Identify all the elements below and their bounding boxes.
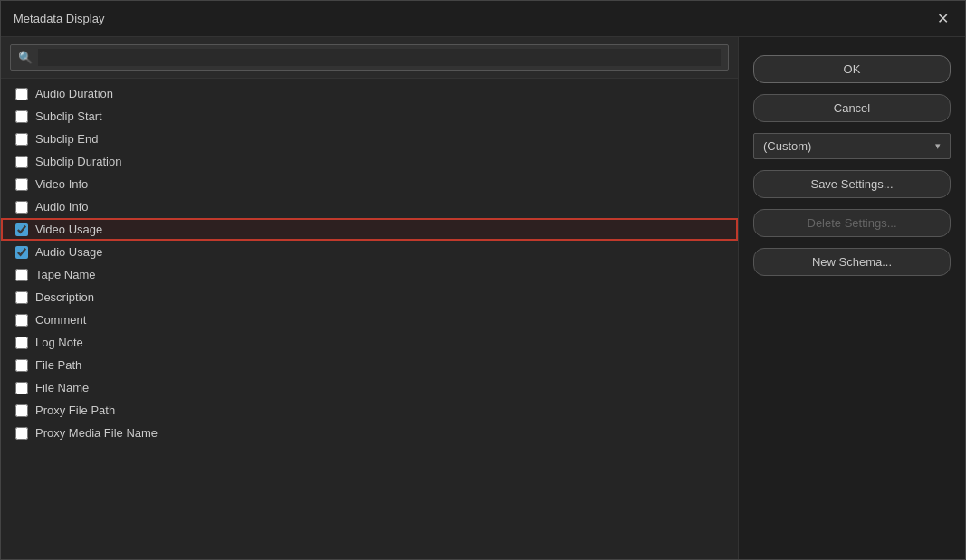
checkbox-proxy-file-path[interactable] xyxy=(15,404,28,417)
ok-button[interactable]: OK xyxy=(753,55,951,83)
dialog-body: 🔍 Audio DurationSubclip StartSubclip End… xyxy=(1,37,965,559)
list-item-video-info[interactable]: Video Info xyxy=(1,173,738,195)
checkbox-subclip-end[interactable] xyxy=(15,133,28,146)
label-tape-name: Tape Name xyxy=(35,268,95,281)
delete-settings-button[interactable]: Delete Settings... xyxy=(753,209,951,237)
list-item-proxy-media-file-name[interactable]: Proxy Media File Name xyxy=(1,422,738,444)
search-input[interactable] xyxy=(38,49,721,66)
list-item-description[interactable]: Description xyxy=(1,286,738,308)
list-item-comment[interactable]: Comment xyxy=(1,308,738,331)
label-video-usage: Video Usage xyxy=(35,223,102,236)
list-item-audio-duration[interactable]: Audio Duration xyxy=(1,82,738,105)
close-button[interactable]: ✕ xyxy=(933,10,952,28)
checkbox-file-path[interactable] xyxy=(15,359,28,372)
label-subclip-end: Subclip End xyxy=(35,132,98,146)
checkbox-comment[interactable] xyxy=(15,314,28,327)
label-subclip-duration: Subclip Duration xyxy=(35,155,121,168)
title-bar: Metadata Display ✕ xyxy=(1,1,965,37)
checkbox-log-note[interactable] xyxy=(15,337,28,349)
schema-dropdown-wrapper: (Custom) ▾ xyxy=(753,133,951,159)
search-wrapper: 🔍 xyxy=(10,44,729,71)
label-audio-info: Audio Info xyxy=(35,200,89,214)
save-settings-button[interactable]: Save Settings... xyxy=(753,170,951,198)
list-item-subclip-duration[interactable]: Subclip Duration xyxy=(1,150,738,173)
checkbox-proxy-media-file-name[interactable] xyxy=(15,427,28,440)
left-panel: 🔍 Audio DurationSubclip StartSubclip End… xyxy=(1,37,739,559)
list-item-subclip-start[interactable]: Subclip Start xyxy=(1,105,738,128)
chevron-down-icon: ▾ xyxy=(935,140,941,152)
label-file-path: File Path xyxy=(35,358,81,372)
cancel-button[interactable]: Cancel xyxy=(753,94,951,122)
metadata-display-dialog: Metadata Display ✕ 🔍 Audio DurationSubcl… xyxy=(0,0,966,560)
list-item-proxy-file-path[interactable]: Proxy File Path xyxy=(1,399,738,422)
list-item-audio-info[interactable]: Audio Info xyxy=(1,195,738,218)
label-subclip-start: Subclip Start xyxy=(35,109,102,123)
schema-dropdown-value: (Custom) xyxy=(763,139,811,153)
label-comment: Comment xyxy=(35,313,86,327)
checkbox-description[interactable] xyxy=(15,291,28,304)
checkbox-file-name[interactable] xyxy=(15,382,28,394)
label-log-note: Log Note xyxy=(35,336,83,349)
checkbox-tape-name[interactable] xyxy=(15,269,28,281)
list-item-video-usage[interactable]: Video Usage xyxy=(1,218,738,241)
items-list: Audio DurationSubclip StartSubclip EndSu… xyxy=(1,79,738,559)
label-proxy-media-file-name: Proxy Media File Name xyxy=(35,426,158,440)
right-panel: OK Cancel (Custom) ▾ Save Settings... De… xyxy=(739,37,965,559)
checkbox-audio-usage[interactable] xyxy=(15,246,28,259)
label-video-info: Video Info xyxy=(35,177,88,191)
checkbox-video-info[interactable] xyxy=(15,178,28,191)
schema-dropdown[interactable]: (Custom) ▾ xyxy=(753,133,951,159)
label-audio-usage: Audio Usage xyxy=(35,245,102,259)
list-item-tape-name[interactable]: Tape Name xyxy=(1,263,738,286)
checkbox-audio-info[interactable] xyxy=(15,201,28,214)
checkbox-subclip-start[interactable] xyxy=(15,110,28,123)
search-bar: 🔍 xyxy=(1,37,738,79)
list-item-audio-usage[interactable]: Audio Usage xyxy=(1,241,738,263)
checkbox-audio-duration[interactable] xyxy=(15,88,28,100)
list-item-log-note[interactable]: Log Note xyxy=(1,331,738,354)
new-schema-button[interactable]: New Schema... xyxy=(753,248,951,276)
label-file-name: File Name xyxy=(35,381,89,394)
label-description: Description xyxy=(35,290,94,304)
list-item-file-name[interactable]: File Name xyxy=(1,376,738,399)
label-proxy-file-path: Proxy File Path xyxy=(35,403,115,417)
checkbox-video-usage[interactable] xyxy=(15,223,28,236)
list-item-file-path[interactable]: File Path xyxy=(1,354,738,376)
dialog-title: Metadata Display xyxy=(14,12,104,25)
checkbox-subclip-duration[interactable] xyxy=(15,156,28,168)
list-item-subclip-end[interactable]: Subclip End xyxy=(1,128,738,150)
label-audio-duration: Audio Duration xyxy=(35,87,113,100)
search-icon: 🔍 xyxy=(18,51,33,64)
